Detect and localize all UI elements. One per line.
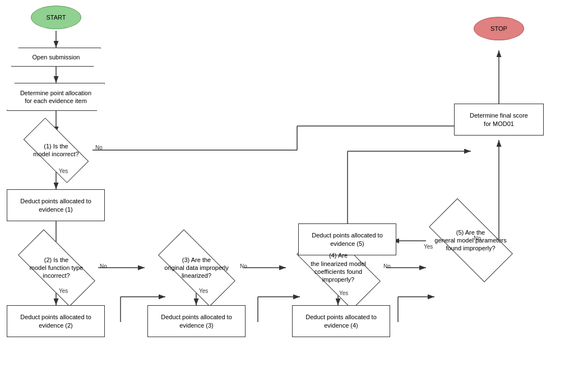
determine-points-label: Determine point allocationfor each evide… <box>20 89 91 105</box>
q2-yes-label: Yes <box>59 288 68 294</box>
start-label: START <box>46 13 66 21</box>
open-submission-node: Open submission <box>11 48 101 67</box>
deduct5-label: Deduct points allocated toevidence (5) <box>312 231 383 248</box>
q3-yes-label: Yes <box>199 288 208 294</box>
deduct1-node: Deduct points allocated toevidence (1) <box>7 189 105 221</box>
stop-node: STOP <box>474 17 524 40</box>
final-score-label: Determine final scorefor MOD01 <box>470 111 528 128</box>
final-score-node: Determine final scorefor MOD01 <box>454 104 544 136</box>
deduct4-label: Deduct points allocated toevidence (4) <box>305 313 377 329</box>
q3-node: (3) Are theoriginal data improperlylinea… <box>156 248 237 288</box>
q2-node: (2) Is themodel function typeincorrect? <box>16 248 97 288</box>
start-node: START <box>31 6 81 29</box>
q2-label: (2) Is themodel function typeincorrect? <box>27 254 85 282</box>
q3-no-label: No <box>240 263 247 269</box>
deduct4-node: Deduct points allocated toevidence (4) <box>292 305 390 337</box>
deduct3-node: Deduct points allocated toevidence (3) <box>147 305 246 337</box>
q5-node: (5) Are thegeneral model parametersfound… <box>427 218 514 262</box>
q1-label: (1) Is themodel incorrect? <box>31 140 81 161</box>
q5-label: (5) Are thegeneral model parametersfound… <box>432 226 508 255</box>
q1-node: (1) Is themodel incorrect? <box>20 133 92 167</box>
open-submission-label: Open submission <box>33 53 80 61</box>
stop-label: STOP <box>490 25 507 32</box>
deduct3-label: Deduct points allocated toevidence (3) <box>161 313 232 329</box>
q4-yes-label: Yes <box>339 290 348 296</box>
q4-no-label: No <box>383 263 391 269</box>
flowchart: START STOP Open submission Determine poi… <box>0 0 574 392</box>
q1-no-label: No <box>95 144 103 151</box>
deduct1-label: Deduct points allocated toevidence (1) <box>20 197 91 213</box>
deduct2-label: Deduct points allocated toevidence (2) <box>20 313 91 329</box>
q2-no-label: No <box>100 263 107 269</box>
q4-label: (4) Arethe linearized modelcoefficients … <box>308 249 368 286</box>
q3-label: (3) Are theoriginal data improperlylinea… <box>162 254 230 282</box>
q5-yes-label: Yes <box>424 244 433 250</box>
deduct2-node: Deduct points allocated toevidence (2) <box>7 305 105 337</box>
determine-points-node: Determine point allocationfor each evide… <box>7 83 105 111</box>
q1-yes-label: Yes <box>59 168 68 174</box>
